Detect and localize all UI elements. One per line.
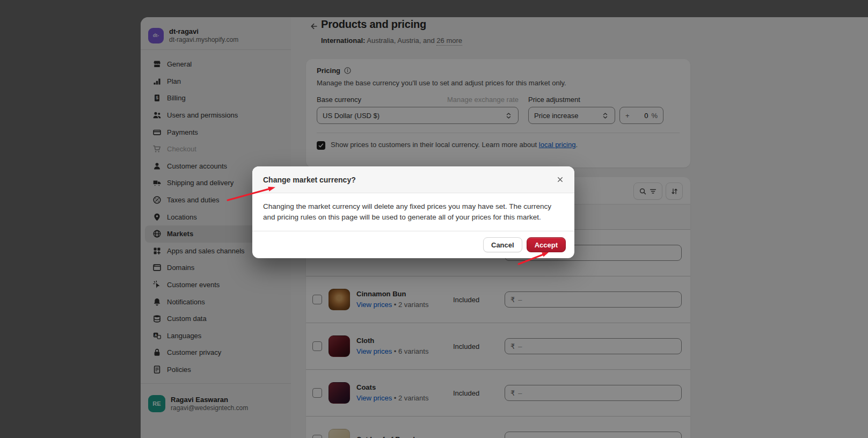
modal-header: Change market currency? [252, 166, 574, 193]
cancel-button[interactable]: Cancel [483, 237, 522, 252]
accept-button[interactable]: Accept [527, 237, 566, 252]
close-button[interactable] [553, 173, 567, 187]
modal-footer: Cancel Accept [252, 231, 574, 258]
close-icon [556, 176, 564, 184]
modal-title: Change market currency? [263, 176, 356, 184]
shopify-settings-page: dt- dt-ragavi dt-ragavi.myshopify.com Ge… [0, 0, 868, 438]
change-currency-modal: Change market currency? Changing the mar… [252, 166, 574, 258]
modal-body: Changing the market currency will delete… [252, 193, 574, 231]
